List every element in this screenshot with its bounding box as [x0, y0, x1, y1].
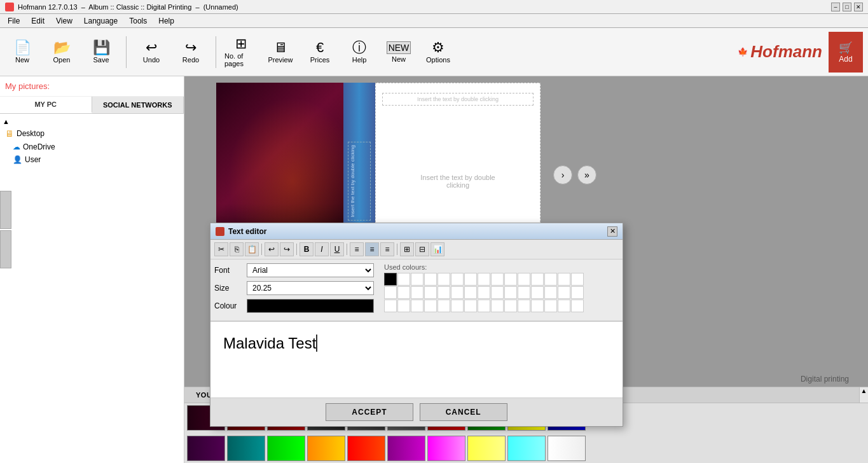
colour-r2-2[interactable] [397, 286, 410, 299]
colour-r3-4[interactable] [424, 300, 437, 312]
colour-black[interactable] [384, 273, 397, 286]
cancel-button[interactable]: CANCEL [420, 403, 507, 421]
colour-white-8[interactable] [491, 273, 504, 286]
colour-r3-7[interactable] [464, 300, 477, 312]
colour-r3-11[interactable] [518, 300, 530, 312]
colour-white-12[interactable] [544, 273, 557, 286]
colour-r3-13[interactable] [544, 300, 557, 312]
table-button[interactable]: ⊟ [415, 242, 429, 256]
colour-r2-3[interactable] [411, 286, 424, 299]
italic-button[interactable]: I [315, 242, 329, 256]
font-select[interactable]: Arial [247, 263, 374, 277]
new-button[interactable]: 📄 New [5, 32, 39, 73]
no-of-pages-button[interactable]: ⊞ No. of pages [224, 32, 258, 73]
align-center-button[interactable]: ≡ [365, 242, 379, 256]
colour-r3-14[interactable] [558, 300, 570, 312]
menu-file[interactable]: File [3, 15, 25, 27]
redo-text-button[interactable]: ↪ [280, 242, 294, 256]
dialog-close-button[interactable]: ✕ [607, 226, 617, 237]
colour-r3-15[interactable] [571, 300, 584, 312]
text-editor-area[interactable]: Malavida Test​ [210, 321, 623, 397]
colour-white-9[interactable] [504, 273, 517, 286]
colour-white-2[interactable] [411, 273, 424, 286]
left-mini-thumb-1[interactable] [0, 191, 11, 229]
colour-r3-1[interactable] [384, 300, 397, 312]
close-button[interactable]: ✕ [854, 3, 863, 11]
bold-button[interactable]: B [300, 242, 313, 256]
paste-button[interactable]: 📋 [245, 242, 259, 256]
text-box-button[interactable]: ⊞ [400, 242, 414, 256]
colour-r3-5[interactable] [437, 300, 450, 312]
new2-button[interactable]: NEW New [382, 32, 416, 73]
dialog-title-bar[interactable]: Text editor ✕ [210, 223, 623, 240]
content-area: ||||||||||| Hofmann Insert the text by d… [184, 76, 868, 463]
colour-r3-8[interactable] [478, 300, 490, 312]
help-button[interactable]: ⓘ Help [342, 32, 376, 73]
colour-select[interactable] [361, 300, 373, 314]
left-mini-thumb-2[interactable] [0, 230, 11, 268]
colour-white-7[interactable] [478, 273, 490, 286]
align-right-button[interactable]: ≡ [380, 242, 394, 256]
colour-white-1[interactable] [397, 273, 410, 286]
save-button[interactable]: 💾 Save [84, 32, 118, 73]
accept-button[interactable]: ACCEPT [326, 403, 413, 421]
colour-white-4[interactable] [437, 273, 450, 286]
size-select[interactable]: 20.25 [247, 281, 374, 295]
colour-r2-4[interactable] [424, 286, 437, 299]
user-item[interactable]: 👤 User [0, 153, 184, 166]
colour-r2-1[interactable] [384, 286, 397, 299]
open-button[interactable]: 📂 Open [45, 32, 79, 73]
colour-r2-8[interactable] [478, 286, 490, 299]
colour-r2-12[interactable] [531, 286, 544, 299]
desktop-item[interactable]: 🖥 Desktop [0, 127, 184, 141]
colour-r2-11[interactable] [518, 286, 530, 299]
colour-white-6[interactable] [464, 273, 477, 286]
colour-r2-5[interactable] [437, 286, 450, 299]
colour-r2-7[interactable] [464, 286, 477, 299]
dialog-toolbar: ✂ ⎘ 📋 ↩ ↪ B I U ≡ ≡ ≡ ⊞ ⊟ [210, 240, 623, 259]
colour-r3-12[interactable] [531, 300, 544, 312]
colour-r2-10[interactable] [504, 286, 517, 299]
colour-r3-2[interactable] [397, 300, 410, 312]
maximize-button[interactable]: □ [843, 3, 851, 11]
undo-text-button[interactable]: ↩ [265, 242, 279, 256]
tab-my-pc[interactable]: MY PC [0, 97, 92, 113]
menu-help[interactable]: Help [153, 15, 179, 27]
colour-r3-10[interactable] [504, 300, 517, 312]
prices-button[interactable]: € Prices [303, 32, 337, 73]
colour-white-13[interactable] [558, 273, 570, 286]
colour-r3-6[interactable] [451, 300, 464, 312]
menu-tools[interactable]: Tools [124, 15, 152, 27]
menu-edit[interactable]: Edit [26, 15, 50, 27]
menu-language[interactable]: Language [79, 15, 123, 27]
colour-r3-3[interactable] [411, 300, 424, 312]
align-left-button[interactable]: ≡ [350, 242, 364, 256]
options-button[interactable]: ⚙ Options [421, 32, 455, 73]
colour-r2-15[interactable] [571, 286, 584, 299]
colour-white-11[interactable] [531, 273, 544, 286]
redo-button[interactable]: ↪ Redo [174, 32, 208, 73]
collapse-icon[interactable]: ▲ [3, 118, 10, 125]
colour-white-5[interactable] [451, 273, 464, 286]
tab-social-networks[interactable]: SOCIAL NETWORKS [92, 97, 184, 113]
add-button[interactable]: 🛒 Add [829, 32, 863, 73]
undo-button[interactable]: ↩ Undo [134, 32, 169, 73]
minimize-button[interactable]: – [831, 3, 840, 11]
colour-r2-9[interactable] [491, 286, 504, 299]
colour-picker[interactable] [247, 299, 374, 313]
toolbar-sep-4 [397, 244, 397, 255]
onedrive-item[interactable]: ☁ OneDrive [0, 141, 184, 153]
colour-r2-13[interactable] [544, 286, 557, 299]
colour-white-14[interactable] [571, 273, 584, 286]
colour-r3-9[interactable] [491, 300, 504, 312]
menu-view[interactable]: View [51, 15, 78, 27]
chart-button[interactable]: 📊 [431, 242, 444, 256]
colour-white-3[interactable] [424, 273, 437, 286]
colour-r2-6[interactable] [451, 286, 464, 299]
underline-button[interactable]: U [330, 242, 344, 256]
preview-button[interactable]: 🖥 Preview [263, 32, 298, 73]
cut-button[interactable]: ✂ [214, 242, 228, 256]
copy-button[interactable]: ⎘ [230, 242, 244, 256]
colour-r2-14[interactable] [558, 286, 570, 299]
colour-white-10[interactable] [518, 273, 530, 286]
